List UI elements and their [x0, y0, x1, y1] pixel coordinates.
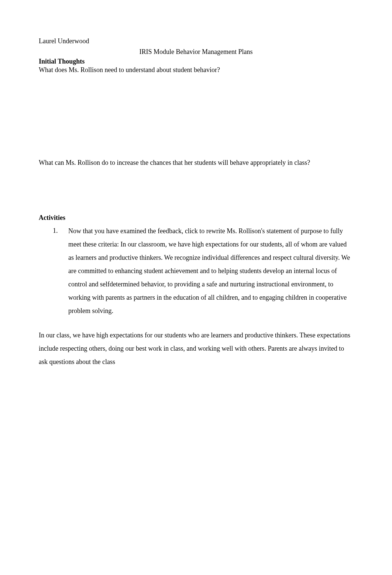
author-name: Laurel Underwood	[39, 37, 353, 45]
initial-thoughts-heading: Initial Thoughts	[39, 57, 353, 66]
question-1: What does Ms. Rollison need to understan…	[39, 66, 353, 74]
activities-heading: Activities	[39, 214, 353, 222]
activity-item-1: 1. Now that you have examined the feedba…	[53, 224, 353, 317]
activity-text: Now that you have examined the feedback,…	[68, 224, 353, 317]
closing-paragraph: In our class, we have high expectations …	[39, 329, 353, 368]
document-title: IRIS Module Behavior Management Plans	[39, 48, 353, 56]
question-2: What can Ms. Rollison do to increase the…	[39, 156, 353, 169]
activity-number: 1.	[53, 224, 68, 317]
